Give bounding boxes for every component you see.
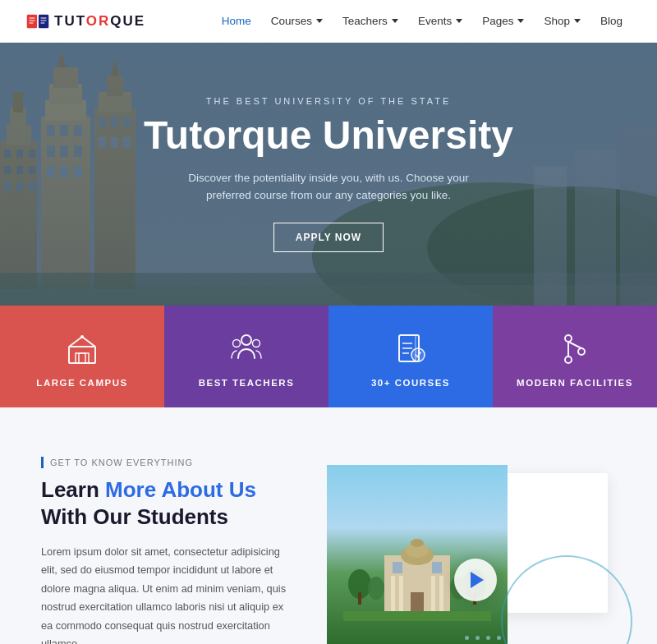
svg-rect-86 — [393, 562, 402, 573]
svg-point-66 — [565, 356, 572, 363]
events-dropdown-icon — [456, 19, 462, 23]
svg-point-64 — [565, 335, 572, 342]
svg-rect-55 — [79, 353, 85, 363]
svg-line-67 — [568, 342, 581, 348]
svg-rect-1 — [39, 15, 48, 28]
courses-icon — [391, 329, 430, 368]
about-image-area — [327, 465, 624, 644]
svg-rect-0 — [27, 15, 37, 28]
svg-rect-81 — [391, 576, 395, 613]
nav-links: Home Courses Teachers Events Pages Shop … — [214, 10, 631, 32]
hero-title: Tutorque University — [144, 114, 513, 158]
svg-rect-87 — [432, 562, 442, 573]
svg-point-80 — [411, 539, 424, 547]
svg-point-58 — [253, 340, 260, 347]
nav-item-blog[interactable]: Blog — [592, 10, 631, 32]
play-icon — [471, 572, 484, 588]
facilities-label: MODERN FACILITIES — [517, 378, 633, 388]
svg-point-56 — [241, 335, 251, 345]
campus-icon — [62, 329, 102, 368]
nav-item-teachers[interactable]: Teachers — [334, 10, 407, 32]
feature-card-teachers[interactable]: BEST TEACHERS — [164, 306, 328, 407]
logo-text: TUTORQUE — [54, 12, 145, 30]
logo[interactable]: TUTORQUE — [26, 12, 145, 30]
svg-line-52 — [82, 337, 95, 347]
hero-subtitle: THE BEST UNIVERSITY OF THE STATE — [144, 96, 513, 106]
about-section: GET TO KNOW EVERYTHING Learn More About … — [0, 407, 657, 644]
feature-card-campus[interactable]: LARGE CAMPUS — [0, 306, 164, 407]
about-description: Lorem ipsum dolor sit amet, consectetur … — [41, 543, 287, 644]
nav-item-pages[interactable]: Pages — [474, 10, 532, 32]
feature-card-facilities[interactable]: MODERN FACILITIES — [493, 306, 657, 407]
about-heading-end: With Our Students — [41, 504, 228, 529]
svg-rect-83 — [431, 576, 435, 613]
svg-point-65 — [578, 348, 585, 355]
hero-section: THE BEST UNIVERSITY OF THE STATE Tutorqu… — [0, 43, 657, 306]
nav-item-events[interactable]: Events — [410, 10, 471, 32]
dots-decoration — [465, 636, 501, 644]
svg-point-57 — [233, 340, 241, 347]
apply-now-button[interactable]: APPLY NOW — [273, 223, 384, 252]
svg-rect-84 — [439, 576, 443, 613]
features-section: LARGE CAMPUS BEST TEACHERS 30+ COURSES — [0, 306, 657, 407]
about-text: GET TO KNOW EVERYTHING Learn More About … — [41, 457, 287, 644]
svg-point-54 — [80, 335, 84, 338]
hero-content: THE BEST UNIVERSITY OF THE STATE Tutorqu… — [144, 96, 513, 252]
about-heading: Learn More About Us With Our Students — [41, 476, 287, 530]
svg-rect-85 — [411, 592, 424, 613]
svg-rect-71 — [358, 592, 361, 605]
nav-item-home[interactable]: Home — [214, 10, 260, 32]
svg-rect-90 — [343, 611, 491, 621]
facilities-icon — [555, 329, 595, 368]
navbar: TUTORQUE Home Courses Teachers Events Pa… — [0, 0, 657, 43]
campus-label: LARGE CAMPUS — [36, 378, 127, 388]
svg-point-74 — [368, 577, 384, 600]
teachers-dropdown-icon — [392, 19, 398, 23]
teachers-label: BEST TEACHERS — [199, 378, 295, 388]
courses-label: 30+ COURSES — [371, 378, 450, 388]
about-heading-highlight: More About Us — [105, 477, 256, 502]
shop-dropdown-icon — [574, 19, 581, 23]
svg-rect-82 — [399, 576, 403, 613]
teachers-icon — [227, 329, 266, 368]
svg-line-51 — [69, 337, 82, 347]
svg-rect-49 — [69, 347, 95, 363]
svg-rect-50 — [76, 353, 89, 363]
svg-point-63 — [411, 348, 425, 361]
about-tag: GET TO KNOW EVERYTHING — [41, 457, 287, 468]
courses-dropdown-icon — [316, 19, 323, 23]
hero-description: Discover the potentiality inside you, wi… — [172, 169, 485, 205]
pages-dropdown-icon — [517, 19, 524, 23]
play-button[interactable] — [454, 559, 497, 601]
about-university-image — [327, 465, 508, 644]
nav-item-shop[interactable]: Shop — [535, 10, 589, 32]
logo-icon — [26, 12, 49, 30]
nav-item-courses[interactable]: Courses — [263, 10, 331, 32]
feature-card-courses[interactable]: 30+ COURSES — [328, 306, 493, 407]
